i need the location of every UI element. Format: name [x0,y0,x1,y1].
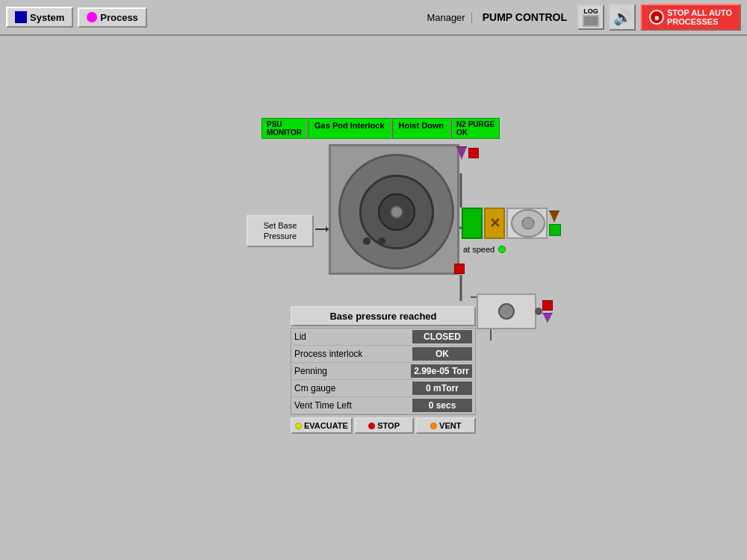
arrow-indicator [315,228,329,230]
svg-point-13 [522,217,534,229]
status-row: Cm gauge 0 mTorr [291,380,475,397]
status-row-value: 0 mTorr [412,382,472,395]
status-row: Process interlock OK [291,346,475,363]
status-table: Lid CLOSEDProcess interlock OKPenning 2.… [291,328,476,415]
manager-label: Manager [427,12,471,23]
set-base-pressure-button[interactable]: Set Base Pressure [247,215,314,247]
gauge-valve-red [542,300,553,311]
status-row: Penning 2.99e-05 Torr [291,363,475,380]
stop-all-button[interactable]: ■ STOP ALL AUTO PROCESSES [640,4,741,31]
pump-inner1 [359,175,434,249]
pump-motor [506,208,548,239]
dot-yellow-icon [295,423,302,429]
action-btn-label: EVACUATE [304,421,348,430]
at-speed-dot [498,246,506,253]
status-row-label: Cm gauge [294,383,412,393]
action-btn-label: VENT [439,421,461,430]
gauge-cluster [477,293,553,329]
red-valve-bottom-icon [454,264,465,274]
action-evacuate-button[interactable]: EVACUATE [291,417,353,434]
status-indicators: PSUMONITOR Gas Pod Interlock Hoist Down … [261,118,500,139]
svg-rect-2 [15,17,19,22]
dot-red-icon [368,423,375,429]
bottom-pipe-valve[interactable] [454,264,465,274]
gauge-knob [498,303,515,320]
log-button[interactable]: LOG [577,4,604,30]
speaker-button[interactable]: 🔊 [609,4,636,31]
status-panel: Base pressure reached Lid CLOSEDProcess … [291,306,476,434]
dot-orange-icon [430,423,437,429]
green-block-left [462,208,483,239]
pump-disc [338,154,454,270]
gauge-connector [535,308,542,315]
system-label: System [30,12,64,23]
status-row-value: CLOSED [412,330,472,343]
purple-valve-icon [456,146,467,160]
svg-rect-1 [21,11,25,16]
status-row-value: 0 secs [412,399,472,412]
action-vent-button[interactable]: VENT [415,417,476,434]
pump-hole1 [363,237,371,245]
small-valve-icon [549,211,560,223]
process-icon [87,12,97,22]
n2-purge-indicator[interactable]: N2 PURGEOK [451,118,500,139]
system-button[interactable]: System [6,7,73,28]
set-base-label: Set Base Pressure [264,221,297,240]
x-valve[interactable]: ✕ [484,208,505,239]
main-area: PSUMONITOR Gas Pod Interlock Hoist Down … [0,36,747,560]
process-label: Process [100,12,138,23]
status-row-value: 2.99e-05 Torr [411,364,472,378]
topbar: System Process Manager PUMP CONTROL LOG … [0,0,747,36]
stop-label: STOP ALL AUTO PROCESSES [667,8,732,26]
gauge-valve-purple [542,313,553,323]
top-valve[interactable] [456,146,479,160]
component-cluster: ✕ [462,208,561,239]
red-valve-top-icon [468,148,479,158]
right-valves [549,211,561,236]
status-row-label: Lid [294,332,412,342]
status-row: Lid CLOSED [291,329,475,346]
action-stop-button[interactable]: STOP [354,417,415,434]
base-pressure-header: Base pressure reached [291,306,476,326]
svg-rect-4 [19,16,22,19]
gas-pod-indicator[interactable]: Gas Pod Interlock [308,118,392,139]
status-row-label: Penning [294,366,411,376]
svg-rect-0 [15,11,19,16]
at-speed-label: at speed [463,245,495,254]
pump-center [390,205,403,219]
psu-monitor-indicator[interactable]: PSUMONITOR [261,118,308,139]
pump-inner2 [378,193,415,231]
gauge-valves [542,300,553,323]
process-button[interactable]: Process [78,7,147,28]
status-row-value: OK [412,347,472,361]
pipes-diagram [0,36,747,560]
status-row: Vent Time Left 0 secs [291,397,475,414]
hoist-down-indicator[interactable]: Hoist Down [392,118,452,139]
system-icon [15,11,27,23]
green-small-block [549,224,561,236]
gauge-body [477,293,536,329]
pump-hole2 [378,237,385,245]
at-speed-indicator: at speed [463,245,506,254]
action-buttons: EVACUATE STOP VENT [291,417,476,434]
speaker-icon: 🔊 [613,8,632,26]
status-row-label: Vent Time Left [294,400,412,411]
pump-diagram [329,144,459,275]
pump-control-title: PUMP CONTROL [477,8,573,26]
status-row-label: Process interlock [294,349,412,359]
log-label: LOG [583,7,598,15]
action-btn-label: STOP [377,421,400,430]
svg-rect-6 [584,16,598,25]
stop-icon: ■ [649,10,664,25]
